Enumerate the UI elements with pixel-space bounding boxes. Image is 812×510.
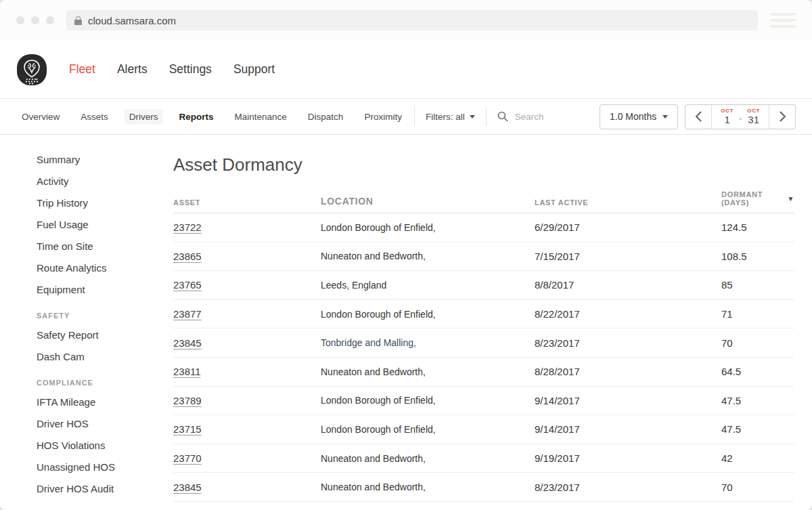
divider <box>486 107 487 126</box>
tab-assets[interactable]: Assets <box>79 109 110 125</box>
dormant-days-cell: 108.5 <box>721 251 794 262</box>
asset-link[interactable]: 23765 <box>173 279 202 291</box>
location-cell: Nuneaton and Bedworth, <box>321 453 535 464</box>
sidebar-item-unassigned-hos[interactable]: Unassigned HOS <box>37 456 162 477</box>
dormant-days-cell: 70 <box>721 482 794 493</box>
address-bar[interactable]: cloud.samsara.com <box>66 10 758 30</box>
table-row: 23715 London Borough of Enfield, 9/14/20… <box>173 415 794 444</box>
duration-dropdown[interactable]: 1.0 Months <box>600 104 678 129</box>
asset-link[interactable]: 23811 <box>173 366 201 377</box>
range-start-day: 1 <box>724 114 729 125</box>
sidebar-item-dash-cam[interactable]: Dash Cam <box>37 345 162 367</box>
table-row: 23845 Tonbridge and Malling, 8/23/2017 7… <box>173 328 794 358</box>
asset-link[interactable]: 23845 <box>173 337 202 349</box>
dormant-days-cell: 47.5 <box>721 395 794 406</box>
tab-dispatch[interactable]: Dispatch <box>307 109 345 125</box>
dormant-days-cell: 42 <box>721 452 794 464</box>
column-header-dormant-label: DORMANT (DAYS) <box>721 190 782 207</box>
sidebar-item-activity[interactable]: Activity <box>37 170 162 192</box>
location-cell: London Borough of Enfield, <box>321 309 535 320</box>
section-tabs: Overview Assets Drivers Reports Maintena… <box>20 109 403 125</box>
dormant-days-cell: 124.5 <box>721 221 794 233</box>
table-row: 23722 London Borough of Enfield, 6/29/20… <box>173 213 794 242</box>
column-header-location[interactable]: LOCATION <box>321 196 535 207</box>
asset-link[interactable]: 23715 <box>173 423 202 435</box>
hamburger-menu-icon[interactable] <box>770 13 796 28</box>
sidebar-item-route-analytics[interactable]: Route Analytics <box>37 257 162 278</box>
next-range-button[interactable] <box>769 105 795 129</box>
dormant-days-cell: 85 <box>721 279 794 291</box>
nav-item-alerts[interactable]: Alerts <box>117 62 148 77</box>
nav-item-settings[interactable]: Settings <box>169 62 212 77</box>
sidebar-item-time-on-site[interactable]: Time on Site <box>37 235 162 257</box>
table-header-row: ASSET LOCATION LAST ACTIVE DORMANT (DAYS… <box>173 190 794 213</box>
sidebar-item-hos-violations[interactable]: HOS Violations <box>37 434 162 456</box>
asset-link[interactable]: 23770 <box>173 452 202 464</box>
location-cell: Nuneaton and Bedworth, <box>321 366 535 377</box>
window-maximize-button[interactable] <box>46 16 54 24</box>
chevron-left-icon <box>695 110 702 123</box>
chevron-right-icon <box>779 110 786 123</box>
column-header-dormant[interactable]: DORMANT (DAYS) ▼ <box>721 190 794 207</box>
table-row: 23877 London Borough of Enfield, 8/22/20… <box>173 300 794 329</box>
tab-drivers[interactable]: Drivers <box>125 109 163 125</box>
dormant-days-cell: 71 <box>721 308 794 320</box>
asset-link[interactable]: 23865 <box>173 251 202 262</box>
location-cell: London Borough of Enfield, <box>321 222 535 233</box>
last-active-cell: 9/19/2017 <box>535 452 721 464</box>
last-active-cell: 9/14/2017 <box>535 395 721 406</box>
sidebar-section-compliance: COMPLIANCE <box>37 367 162 391</box>
table-row: 23811 Nuneaton and Bedworth, 8/28/2017 6… <box>173 358 794 387</box>
tab-proximity[interactable]: Proximity <box>363 109 403 125</box>
sidebar-item-ifta-mileage[interactable]: IFTA Mileage <box>37 391 162 412</box>
table-row: 23789 London Borough of Enfield, 9/14/20… <box>173 387 794 416</box>
tab-overview[interactable]: Overview <box>20 109 61 125</box>
sidebar-item-summary[interactable]: Summary <box>37 148 162 170</box>
table-row: 23770 Nuneaton and Bedworth, 9/19/2017 4… <box>173 444 794 473</box>
reports-sidebar: Summary Activity Trip History Fuel Usage… <box>0 135 162 510</box>
sort-desc-icon: ▼ <box>787 195 794 203</box>
window-close-button[interactable] <box>16 16 24 24</box>
sidebar-item-driver-hos-audit[interactable]: Driver HOS Audit <box>37 477 162 499</box>
sidebar-item-equipment[interactable]: Equipment <box>37 278 162 300</box>
last-active-cell: 8/28/2017 <box>535 366 721 377</box>
divider <box>414 107 415 126</box>
window-controls <box>16 16 54 24</box>
sidebar-item-fuel-usage[interactable]: Fuel Usage <box>37 213 162 235</box>
tab-reports[interactable]: Reports <box>178 109 215 125</box>
browser-window: cloud.samsara.com Fleet Alerts Settings … <box>0 0 812 510</box>
date-controls: 1.0 Months OCT 1 - OCT 31 <box>600 104 796 129</box>
dormant-days-cell: 64.5 <box>721 366 794 377</box>
content-area: Summary Activity Trip History Fuel Usage… <box>0 135 812 510</box>
range-end-day: 31 <box>748 114 759 125</box>
table-row: 23845 Nuneaton and Bedworth, 8/23/2017 7… <box>173 473 794 502</box>
nav-item-fleet[interactable]: Fleet <box>69 62 95 77</box>
column-header-asset[interactable]: ASSET <box>173 198 321 207</box>
nav-item-support[interactable]: Support <box>233 62 275 77</box>
window-minimize-button[interactable] <box>31 16 39 24</box>
browser-chrome: cloud.samsara.com <box>0 0 812 41</box>
asset-link[interactable]: 23845 <box>173 482 202 493</box>
search-box <box>497 111 596 122</box>
previous-range-button[interactable] <box>685 105 712 129</box>
samsara-owl-logo[interactable] <box>16 54 47 86</box>
filters-label: Filters: all <box>426 112 465 122</box>
last-active-cell: 6/29/2017 <box>535 221 721 233</box>
dormant-days-cell: 70 <box>721 337 794 349</box>
location-cell: Nuneaton and Bedworth, <box>321 482 535 492</box>
sidebar-item-trip-history[interactable]: Trip History <box>37 192 162 213</box>
filters-dropdown[interactable]: Filters: all <box>426 112 475 122</box>
sidebar-item-safety-report[interactable]: Safety Report <box>37 324 162 345</box>
range-end-month: OCT <box>747 108 760 114</box>
asset-link[interactable]: 23789 <box>173 395 202 406</box>
sidebar-item-driver-hos[interactable]: Driver HOS <box>37 412 162 434</box>
duration-label: 1.0 Months <box>610 111 656 122</box>
tab-maintenance[interactable]: Maintenance <box>233 109 288 125</box>
asset-link[interactable]: 23722 <box>173 221 202 233</box>
chevron-down-icon <box>470 115 475 119</box>
column-header-last-active[interactable]: LAST ACTIVE <box>535 198 721 207</box>
asset-link[interactable]: 23877 <box>173 308 202 320</box>
last-active-cell: 9/14/2017 <box>535 423 721 435</box>
url-text: cloud.samsara.com <box>88 15 176 26</box>
search-input[interactable] <box>515 112 596 122</box>
